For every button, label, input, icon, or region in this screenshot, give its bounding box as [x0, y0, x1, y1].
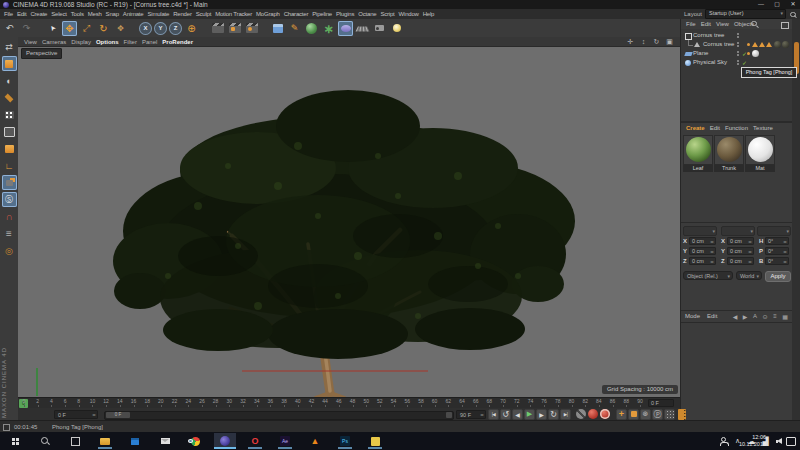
texture-mode-icon[interactable] [2, 73, 17, 88]
viewport[interactable]: ViewCamerasDisplayOptionsFilterPanelProR… [18, 37, 680, 397]
render-view-icon[interactable] [210, 21, 225, 36]
taskbar-chrome-icon[interactable] [184, 433, 206, 449]
vp-menu-panel[interactable]: Panel [142, 39, 157, 45]
previous-frame-icon[interactable] [512, 409, 523, 420]
add-environment-icon[interactable] [355, 21, 370, 36]
axis-z-icon[interactable]: Z [169, 22, 182, 35]
rotation-header-dropdown[interactable] [757, 226, 791, 236]
a-icon[interactable] [751, 312, 759, 320]
taskbar-c4d-icon[interactable] [214, 433, 236, 449]
menu-character[interactable]: Character [284, 11, 309, 17]
key-grid-icon[interactable] [664, 409, 675, 420]
close-button[interactable]: ✕ [786, 0, 800, 9]
tray-volume-icon[interactable] [775, 437, 784, 446]
taskbar-task-view-icon[interactable] [64, 433, 86, 449]
size-y-field[interactable]: 0 cm [727, 247, 754, 255]
vp-menu-prorender[interactable]: ProRender [162, 39, 193, 45]
minimize-button[interactable]: — [754, 0, 768, 9]
state-icon[interactable] [770, 20, 779, 29]
range-start-field[interactable]: 0 F [54, 410, 98, 419]
add-mograph-icon[interactable] [321, 21, 336, 36]
selection-tag-icon[interactable] [747, 43, 750, 46]
phong-tag-icon[interactable] [766, 42, 772, 47]
taskbar-photoshop-icon[interactable] [334, 433, 356, 449]
lock-icon[interactable] [2, 243, 17, 258]
material-thumbnail[interactable] [683, 135, 713, 165]
edit-label[interactable]: Edit [707, 313, 717, 319]
loop-icon[interactable] [548, 409, 559, 420]
add-light-icon[interactable] [389, 21, 404, 36]
vp-menu-cameras[interactable]: Cameras [42, 39, 66, 45]
texture-tag-icon[interactable] [752, 50, 759, 57]
scale-icon[interactable] [79, 21, 94, 36]
om-menu-view[interactable]: View [716, 21, 729, 27]
action-center-icon[interactable] [786, 437, 796, 446]
search-icon[interactable] [750, 20, 759, 29]
grid2-icon[interactable] [781, 312, 789, 320]
render-settings-icon[interactable] [244, 21, 259, 36]
menu-tools[interactable]: Tools [71, 11, 84, 17]
rotate-icon[interactable] [96, 21, 111, 36]
undo-icon[interactable] [2, 21, 17, 36]
move-icon[interactable] [62, 21, 77, 36]
add-camera-icon[interactable] [372, 21, 387, 36]
key-add-icon[interactable] [616, 409, 627, 420]
points-mode-icon[interactable] [2, 107, 17, 122]
next-frame-icon[interactable] [536, 409, 547, 420]
material-name[interactable]: Mat [745, 165, 775, 172]
layout-dropdown[interactable]: Startup (User) [705, 9, 786, 19]
visibility-dots-icon[interactable] [737, 33, 739, 35]
mat-menu-function[interactable]: Function [725, 125, 748, 131]
taskbar-vlc-icon[interactable] [304, 433, 326, 449]
position-z-field[interactable]: 0 cm [689, 257, 716, 265]
maximize-button[interactable]: ▢ [770, 0, 784, 9]
vp-menu-display[interactable]: Display [71, 39, 91, 45]
object-row[interactable]: Cornus tree [681, 40, 792, 49]
menu-sculpt[interactable]: Sculpt [196, 11, 211, 17]
polygons-mode-icon[interactable] [2, 141, 17, 156]
autokey-icon[interactable] [600, 409, 610, 419]
rotation-p-field[interactable]: 0° [765, 247, 789, 255]
panel-icon[interactable] [780, 20, 789, 29]
add-deformer-icon[interactable] [338, 21, 353, 36]
menu-file[interactable]: File [4, 11, 13, 17]
visibility-dots-icon[interactable] [737, 51, 739, 53]
menu-plugins[interactable]: Plugins [336, 11, 354, 17]
taskbar-tsearch-icon[interactable] [34, 433, 56, 449]
menu-create[interactable]: Create [30, 11, 47, 17]
object-row[interactable]: Physical Sky ✓ [681, 58, 792, 67]
enabled-check-icon[interactable]: ✓ [742, 59, 747, 66]
menu-select[interactable]: Select [51, 11, 66, 17]
menu-mesh[interactable]: Mesh [88, 11, 102, 17]
menu-octane[interactable]: Octane [358, 11, 376, 17]
size-x-field[interactable]: 0 cm [727, 237, 754, 245]
tray-people-icon[interactable] [719, 437, 728, 446]
taskbar-opera-icon[interactable] [244, 433, 266, 449]
slider-thumb[interactable]: 0 F [106, 412, 130, 418]
position-header-dropdown[interactable] [683, 226, 717, 236]
render-picture-viewer-icon[interactable] [227, 21, 242, 36]
layout-search-icon[interactable] [789, 11, 796, 18]
key-box-icon[interactable] [628, 409, 639, 420]
menu-help[interactable]: Help [423, 11, 435, 17]
object-name[interactable]: Physical Sky [693, 59, 727, 65]
menu-script[interactable]: Script [380, 11, 394, 17]
object-name[interactable]: Cornus tree [693, 32, 724, 38]
key-p-icon[interactable] [652, 409, 663, 420]
apply-button[interactable]: Apply [765, 271, 791, 282]
toggle-views-icon[interactable] [665, 37, 674, 46]
menu-window[interactable]: Window [399, 11, 419, 17]
menu-pipeline[interactable]: Pipeline [312, 11, 332, 17]
zoom-icon[interactable] [639, 37, 648, 46]
taskbar-mail-icon[interactable] [154, 433, 176, 449]
space-dropdown[interactable]: World [736, 271, 762, 280]
om-menu-file[interactable]: File [686, 21, 696, 27]
enable-axis-icon[interactable] [2, 158, 17, 173]
axis-x-icon[interactable]: X [139, 22, 152, 35]
compositing-tag-icon[interactable] [747, 52, 750, 55]
status-checkbox-icon[interactable] [3, 424, 10, 431]
menu-render[interactable]: Render [173, 11, 191, 17]
play-backwards-icon[interactable] [500, 409, 511, 420]
film-icon[interactable] [676, 409, 687, 420]
record-off-icon[interactable] [576, 409, 586, 419]
